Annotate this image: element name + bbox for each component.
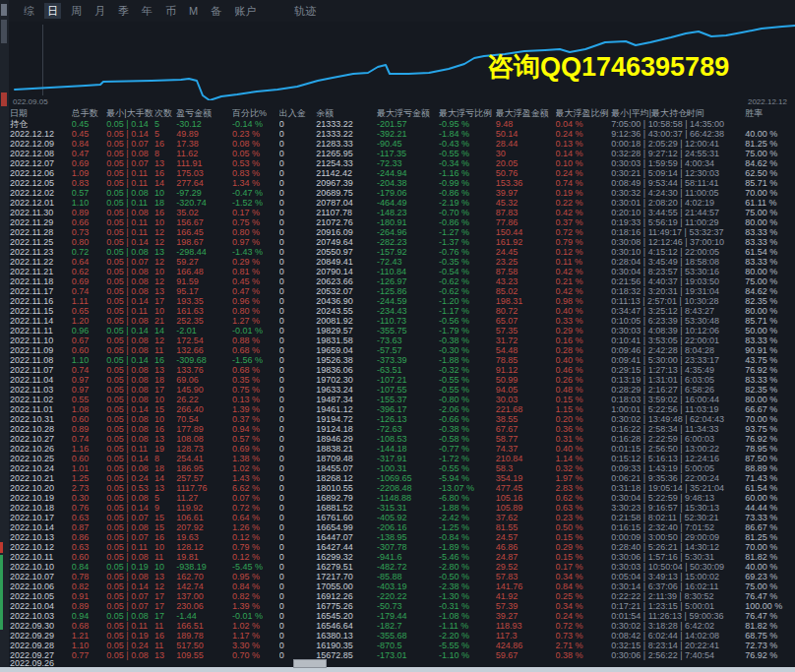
cell-3: 15 xyxy=(154,404,176,414)
table-row[interactable]: 2022.12.050.830.05 | 0.1114277.641.34 %0… xyxy=(10,178,795,188)
table-row[interactable]: 持仓0.450.05 | 0.145-30.12-0.14 %021333.22… xyxy=(10,119,795,129)
cell-11: 0.32 % xyxy=(556,463,612,473)
table-row[interactable]: 2022.11.300.890.05 | 0.081635.020.17 %02… xyxy=(10,208,795,217)
table-row[interactable]: 2022.11.070.740.05 | 0.0813133.760.68 %0… xyxy=(10,365,795,375)
table-row[interactable]: 2022.11.141.200.05 | 0.0821252.351.27 %0… xyxy=(10,316,795,326)
table-row[interactable]: 2022.11.150.650.05 | 0.1110161.630.80 %0… xyxy=(10,306,795,316)
col-header-9[interactable]: 最大浮亏比例 xyxy=(439,108,496,119)
cell-date: 2022.10.06 xyxy=(10,581,72,591)
table-row[interactable]: 2022.10.060.820.05 | 0.1412142.740.84 %0… xyxy=(10,581,795,591)
table-row[interactable]: 2022.11.170.740.05 | 0.081395.170.47 %02… xyxy=(10,286,795,296)
table-row[interactable]: 2022.12.011.100.05 | 0.1118-320.74-1.52 … xyxy=(10,198,795,208)
tab-季[interactable]: 季 xyxy=(115,3,132,19)
tab-月[interactable]: 月 xyxy=(92,3,108,19)
table-row[interactable]: 2022.10.120.630.05 | 0.1110128.120.79 %0… xyxy=(10,542,795,552)
tab-综[interactable]: 综 xyxy=(21,3,37,19)
table-row[interactable]: 2022.11.110.960.05 | 0.1414-2.01-0.01 %0… xyxy=(10,326,795,336)
table-row[interactable]: 2022.12.070.690.05 | 0.0713111.910.53 %0… xyxy=(10,158,795,168)
table-row[interactable]: 2022.10.140.870.05 | 0.0815207.921.26 %0… xyxy=(10,522,795,532)
cell-3: 10 xyxy=(154,562,176,572)
col-header-12[interactable]: 最小|平均|最大持仓时间 xyxy=(611,108,745,119)
tab-备[interactable]: 备 xyxy=(208,3,224,19)
cell-10: 24.57 xyxy=(496,532,556,542)
table-row[interactable]: 2022.10.030.940.05 | 0.0817-1.44-0.01 %0… xyxy=(10,611,795,621)
table-row[interactable]: 2022.10.180.760.05 | 0.149119.920.72 %01… xyxy=(10,503,795,513)
table-row[interactable]: 2022.11.081.100.05 | 0.1416-309.68-1.56 … xyxy=(10,355,795,365)
table-row[interactable]: 2022.10.202.730.05 | 0.53131117.766.62 %… xyxy=(10,483,795,493)
table-row[interactable]: 2022.11.040.970.05 | 0.081869.060.35 %01… xyxy=(10,375,795,385)
left-scrollbar[interactable] xyxy=(0,0,9,672)
cell-8: -157.92 xyxy=(377,247,439,257)
table-row[interactable]: 2022.11.100.670.05 | 0.0812172.540.88 %0… xyxy=(10,336,795,345)
scrollbar-thumb[interactable] xyxy=(1,20,7,43)
table-row[interactable]: 2022.11.230.720.05 | 0.0813-298.44-1.43 … xyxy=(10,247,795,257)
table-row[interactable]: 2022.09.26 xyxy=(10,660,795,666)
table-row[interactable]: 2022.10.100.840.05 | 0.1910-938.19-5.45 … xyxy=(10,562,795,572)
table-row[interactable]: 2022.11.030.970.05 | 0.0817145.900.75 %0… xyxy=(10,385,795,395)
cell-4: -320.74 xyxy=(176,198,232,208)
cell-2: 0.05 | 0.08 xyxy=(106,188,154,198)
table-row[interactable]: 2022.09.300.680.05 | 0.1111166.511.02 %0… xyxy=(10,621,795,631)
table-row[interactable]: 2022.11.180.690.05 | 0.081291.590.45 %02… xyxy=(10,276,795,286)
table-row[interactable]: 2022.12.120.450.05 | 0.14549.890.23 %021… xyxy=(10,129,795,139)
table-row[interactable]: 2022.12.061.090.05 | 0.1116175.030.83 %0… xyxy=(10,168,795,178)
horizontal-scrollbar[interactable] xyxy=(0,667,795,672)
table-row[interactable]: 2022.11.290.660.05 | 0.1110156.670.75 %0… xyxy=(10,217,795,227)
cell-6: 0 xyxy=(279,188,317,198)
table-row[interactable]: 2022.10.270.740.05 | 0.0813108.080.57 %0… xyxy=(10,434,795,444)
table-row[interactable]: 2022.10.250.600.05 | 0.148254.411.38 %01… xyxy=(10,454,795,463)
tab-账户[interactable]: 账户 xyxy=(231,3,259,19)
col-header-8[interactable]: 最大浮亏金额 xyxy=(377,108,439,119)
col-header-1[interactable]: 总手数 xyxy=(72,108,106,119)
table-row[interactable]: 2022.11.220.640.05 | 0.071259.270.29 %02… xyxy=(10,257,795,267)
col-header-11[interactable]: 最大浮盈比例 xyxy=(556,108,612,119)
tab-年[interactable]: 年 xyxy=(139,3,155,19)
table-row[interactable]: 2022.12.080.470.05 | 0.08811.620.05 %021… xyxy=(10,149,795,158)
cell-5: 0.80 % xyxy=(232,306,279,316)
table-row[interactable]: 2022.10.190.300.05 | 0.08511.270.07 %016… xyxy=(10,493,795,503)
table-row[interactable]: 2022.11.020.550.05 | 0.081026.220.13 %01… xyxy=(10,395,795,404)
tab-M[interactable]: M xyxy=(186,3,201,19)
table-row[interactable]: 2022.12.090.840.05 | 0.071617.380.08 %02… xyxy=(10,139,795,149)
table-row[interactable]: 2022.10.280.890.05 | 0.0816177.890.94 %0… xyxy=(10,424,795,434)
table-row[interactable]: 2022.10.261.160.05 | 0.1119128.730.69 %0… xyxy=(10,444,795,454)
col-header-2[interactable]: 最小|大手数 xyxy=(106,108,154,119)
table-row[interactable]: 2022.10.241.010.05 | 0.0818186.951.02 %0… xyxy=(10,463,795,473)
table-row[interactable]: 2022.11.280.730.05 | 0.1112166.450.80 %0… xyxy=(10,227,795,237)
table-row[interactable]: 2022.10.310.600.05 | 0.081070.540.37 %01… xyxy=(10,414,795,424)
tab-周[interactable]: 周 xyxy=(68,3,85,19)
cell-1: 0.69 xyxy=(72,158,106,168)
cell-13: 68.75 % xyxy=(745,631,795,641)
cell-6: 0 xyxy=(279,591,317,601)
tab-日[interactable]: 日 xyxy=(44,3,61,19)
table-row[interactable]: 2022.10.040.890.05 | 0.0717230.061.39 %0… xyxy=(10,601,795,611)
table-row[interactable]: 2022.11.161.110.05 | 0.1417193.350.96 %0… xyxy=(10,296,795,306)
table-row[interactable]: 2022.10.211.250.05 | 0.2414257.571.43 %0… xyxy=(10,473,795,483)
table-row[interactable]: 2022.12.020.570.05 | 0.0810-97.29-0.47 %… xyxy=(10,188,795,198)
table-row[interactable]: 2022.10.110.600.05 | 0.081119.810.12 %01… xyxy=(10,552,795,562)
cell-1: 1.16 xyxy=(72,444,106,454)
col-header-5[interactable]: 百分比% xyxy=(232,108,279,119)
table-row[interactable]: 2022.09.270.770.05 | 0.0813109.550.70 %0… xyxy=(10,650,795,660)
table-row[interactable]: 2022.11.210.620.05 | 0.0810166.480.81 %0… xyxy=(10,267,795,276)
table-row[interactable]: 2022.09.291.210.05 | 0.1916189.781.17 %0… xyxy=(10,631,795,641)
table-row[interactable]: 2022.10.130.860.05 | 0.071619.630.12 %01… xyxy=(10,532,795,542)
cell-7: 18709.48 xyxy=(316,454,377,463)
col-header-3[interactable]: 次数 xyxy=(154,108,176,119)
table-row[interactable]: 2022.10.070.780.05 | 0.0813162.700.95 %0… xyxy=(10,572,795,581)
table-row[interactable]: 2022.10.170.630.05 | 0.0715106.610.64 %0… xyxy=(10,513,795,522)
col-header-0[interactable]: 日期 xyxy=(10,108,72,119)
tab-币[interactable]: 币 xyxy=(162,3,179,19)
col-header-7[interactable]: 余额 xyxy=(316,108,377,119)
col-header-4[interactable]: 盈亏金额 xyxy=(176,108,232,119)
table-row[interactable]: 2022.10.050.910.05 | 0.0717137.000.82 %0… xyxy=(10,591,795,601)
col-header-13[interactable]: 胜率 xyxy=(745,108,795,119)
cell-11: 0.34 % xyxy=(556,601,612,611)
col-header-6[interactable]: 出入金 xyxy=(279,108,317,119)
table-row[interactable]: 2022.11.011.080.05 | 0.1415266.401.39 %0… xyxy=(10,404,795,414)
col-header-10[interactable]: 最大浮盈金额 xyxy=(496,108,556,119)
table-row[interactable]: 2022.11.250.800.05 | 0.1412198.670.97 %0… xyxy=(10,237,795,247)
table-row[interactable]: 2022.09.281.100.05 | 0.2411517.503.30 %0… xyxy=(10,641,795,650)
table-row[interactable]: 2022.11.090.600.05 | 0.0811132.660.68 %0… xyxy=(10,345,795,355)
tab-轨迹[interactable]: 轨迹 xyxy=(291,3,319,19)
